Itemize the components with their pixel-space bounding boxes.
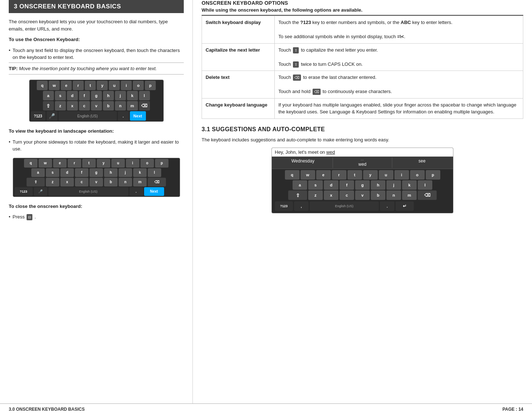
sugg-w: w xyxy=(301,170,315,180)
shift-icon: ⇧ xyxy=(293,47,299,53)
options-title: ONSCREEN KEYBOARD OPTIONS xyxy=(202,0,523,6)
kb-key-t: t xyxy=(85,81,96,90)
ls-kb-n: n xyxy=(119,178,132,186)
table-term-language: Change keyboard language xyxy=(202,98,275,118)
sugg-k: k xyxy=(402,180,417,190)
ls-kb-s: s xyxy=(46,168,59,177)
sugg-y: y xyxy=(363,170,378,180)
use-bullet-item: • Touch any text field to display the on… xyxy=(9,47,184,61)
table-term-capitalize: Capitalize the next letter xyxy=(202,43,275,71)
sugg-comma: , xyxy=(294,201,309,211)
delete-icon-2: ⌫ xyxy=(313,89,321,95)
tip-label: TIP: xyxy=(9,66,18,71)
ls-kb-shift: ⇧ xyxy=(27,178,45,186)
ls-kb-a: a xyxy=(31,168,45,177)
view-bullet-text: Turn your phone sideways to rotate the k… xyxy=(13,138,184,153)
ls-kb-d: d xyxy=(60,168,74,177)
bullet-symbol: • xyxy=(9,47,11,54)
options-table: Switch keyboard display Touch the ?123 k… xyxy=(202,16,523,119)
ls-kb-k: k xyxy=(133,168,147,177)
table-desc-delete: Touch ⌫ to erase the last character ente… xyxy=(275,71,523,99)
kb-key-g: g xyxy=(91,91,102,100)
kb-key-h: h xyxy=(103,91,114,100)
view-heading: To view the keyboard in landscape orient… xyxy=(9,128,184,135)
suggestion-dots: ··· xyxy=(335,158,390,162)
kb-key-w: w xyxy=(49,81,60,90)
ls-kb-c: c xyxy=(75,178,88,186)
table-term-delete: Delete text xyxy=(202,71,275,99)
sugg-a: a xyxy=(293,180,307,190)
sugg-s: s xyxy=(308,180,323,190)
kb-key-v: v xyxy=(91,101,102,110)
ls-kb-h: h xyxy=(104,168,118,177)
sugg-o: o xyxy=(410,170,425,180)
use-heading: To use the Onscreen Keyboard: xyxy=(9,36,184,43)
ls-kb-x: x xyxy=(60,178,74,186)
ls-kb-t: t xyxy=(82,159,96,168)
portrait-keyboard-image: q w e r t y u i o p a s d f g h j k l xyxy=(29,80,164,122)
sugg-m: m xyxy=(402,190,417,200)
ls-kb-r: r xyxy=(68,159,81,168)
ls-kb-m: m xyxy=(133,178,147,186)
options-subtitle: While using the onscreen keyboard, the f… xyxy=(202,7,523,16)
sugg-r: r xyxy=(332,170,346,180)
bullet-symbol-3: • xyxy=(9,213,11,221)
sugg-kb-row-3: ⇧ z x c v b n m ⌫ xyxy=(273,190,452,200)
kb-shift-key: ⇧ xyxy=(43,101,54,110)
suggestions-title: 3.1 SUGGESTIONS AND AUTO-COMPLETE xyxy=(202,126,523,133)
ls-kb-g: g xyxy=(90,168,103,177)
kb-row-3: ⇧ z x c v b n m ⌫ xyxy=(31,101,162,110)
ls-kb-bottom-row: ?123 🎤 English (US) . Next xyxy=(15,187,178,196)
kb-key-j: j xyxy=(115,91,126,100)
sugg-x: x xyxy=(324,190,338,200)
left-column: 3 ONSCREEN KEYBOARD BASICS The onscreen … xyxy=(0,0,193,403)
suggestion-item-1: Wednesday xyxy=(273,157,333,168)
table-desc-capitalize: Touch ⇧ to capitalize the next letter yo… xyxy=(275,43,523,71)
sugg-kb-bottom-row: ?123 , English (US) . ↵ xyxy=(273,201,452,212)
press-label: Press xyxy=(13,214,25,220)
right-column: ONSCREEN KEYBOARD OPTIONS While using th… xyxy=(193,0,532,403)
kb-key-m: m xyxy=(127,101,138,110)
ls-kb-w: w xyxy=(39,159,52,168)
sugg-v: v xyxy=(355,190,370,200)
sugg-e: e xyxy=(316,170,331,180)
sugg-c: c xyxy=(340,190,354,200)
ls-kb-e: e xyxy=(53,159,67,168)
table-row-language: Change keyboard language If your keyboar… xyxy=(202,98,523,118)
sugg-t: t xyxy=(348,170,362,180)
bullet-symbol-2: • xyxy=(9,138,11,146)
table-row-delete: Delete text Touch ⌫ to erase the last ch… xyxy=(202,71,523,99)
suggestions-keyboard: Hey, John, let's meet on wed Wednesday ·… xyxy=(271,148,453,213)
kb-key-s: s xyxy=(55,91,66,100)
suggestions-bar: Wednesday ··· wed see xyxy=(272,157,453,169)
sugg-period: . xyxy=(380,201,394,211)
sugg-h: h xyxy=(371,180,385,190)
ls-kb-spacebar: English (US) xyxy=(48,187,128,196)
sugg-del: ⌫ xyxy=(418,190,437,200)
table-row-capitalize: Capitalize the next letter Touch ⇧ to ca… xyxy=(202,43,523,71)
sugg-l: l xyxy=(418,180,432,190)
table-row-switch: Switch keyboard display Touch the ?123 k… xyxy=(202,16,523,44)
close-bullet-text: Press ⊟ . xyxy=(13,213,184,221)
ls-kb-row-2: a s d f g h j k l xyxy=(15,168,178,177)
use-bullet-text: Touch any text field to display the onsc… xyxy=(13,47,184,61)
kb-key-q: q xyxy=(37,81,48,90)
ls-kb-v: v xyxy=(90,178,103,186)
kb-key-u: u xyxy=(109,81,120,90)
kb-spacebar: English (US) xyxy=(59,111,117,121)
sugg-i: i xyxy=(394,170,409,180)
kb-key-y: y xyxy=(97,81,108,90)
sugg-enter: ↵ xyxy=(396,201,414,211)
footer: 3.0 ONSCREEN KEYBOARD BASICS PAGE : 14 xyxy=(0,403,532,415)
ls-kb-row-1: q w e r t y u i o p xyxy=(15,159,178,168)
ls-kb-i: i xyxy=(126,159,139,168)
kb-key-a: a xyxy=(43,91,54,100)
ls-kb-y: y xyxy=(97,159,110,168)
kb-key-d: d xyxy=(67,91,78,100)
kb-row-1: q w e r t y u i o p xyxy=(31,81,162,90)
view-bullet-item: • Turn your phone sideways to rotate the… xyxy=(9,138,184,153)
kb-key-n: n xyxy=(115,101,126,110)
table-term-switch: Switch keyboard display xyxy=(202,16,275,44)
shift-icon-2: ⇧ xyxy=(293,61,299,68)
ls-kb-q: q xyxy=(24,159,37,168)
